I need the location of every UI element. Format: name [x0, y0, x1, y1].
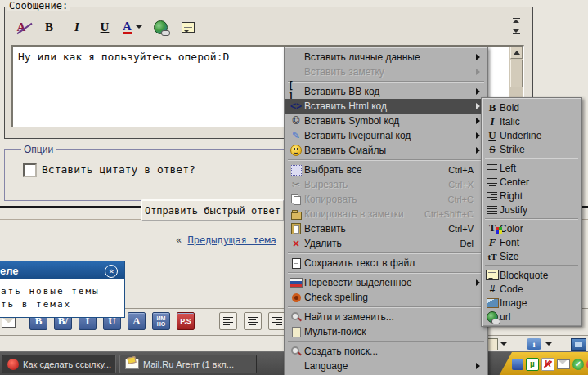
italic-button[interactable]: I [67, 17, 87, 37]
no-format-button[interactable]: A [11, 17, 31, 37]
prev-topic-link[interactable]: Предыдущая тема [187, 234, 276, 246]
collapse-icon[interactable]: « [105, 265, 118, 278]
no-format-icon: A [17, 20, 26, 34]
context-menu-item[interactable]: ВставитьCtrl+V [285, 221, 487, 236]
menu-separator [485, 265, 578, 266]
dropdown-arrow-icon[interactable] [500, 342, 507, 349]
scroll-up-button[interactable] [510, 47, 523, 59]
menu-shortcut: Ctrl+Shift+C [424, 209, 474, 219]
context-menu-item[interactable]: ©Вставить Symbol код [285, 114, 487, 128]
copy-icon [288, 194, 304, 204]
menu-item-label: Language [304, 360, 474, 372]
submenu-item[interactable]: Justify [483, 203, 581, 217]
submenu-item[interactable]: #Code [483, 282, 581, 296]
submenu-item[interactable]: url [483, 310, 581, 324]
align-right-icon [485, 192, 500, 200]
submenu-item[interactable]: UUnderline [483, 128, 581, 142]
status-ok-tray-icon[interactable]: ✓ [572, 359, 584, 370]
context-menu-item[interactable]: ✎Вставить livejournal код [285, 128, 487, 143]
context-menu-item[interactable]: Language [285, 359, 487, 373]
spin-up-icon[interactable] [513, 18, 520, 25]
context-menu-item: Копировать в заметкиCtrl+Shift+C [285, 207, 487, 221]
context-menu-item[interactable]: ×УдалитьDel [285, 236, 487, 251]
bb-ps-button[interactable]: P.S [177, 312, 195, 330]
find-replace-icon [288, 312, 304, 322]
submenu-item[interactable]: TColor [483, 221, 581, 235]
pencil-icon: ✎ [288, 130, 304, 141]
menu-separator [288, 341, 484, 342]
context-menu-item[interactable]: Найти и заменить... [285, 310, 487, 324]
html-code-icon: <> [288, 100, 304, 112]
bold-icon: B [45, 20, 53, 34]
menu-shortcut: Ctrl+X [448, 180, 474, 190]
insert-link-button[interactable] [150, 17, 170, 37]
color-icon: T [485, 222, 500, 234]
menu-item-label: Color [500, 223, 568, 234]
submenu-item[interactable]: Image [483, 296, 581, 310]
info-button[interactable]: i [527, 338, 541, 350]
bb-imho-button[interactable]: ИМ НО [152, 312, 170, 330]
scrollbar-thumb[interactable] [510, 60, 523, 87]
submenu-item[interactable]: BBold [483, 100, 581, 114]
menu-item-label: Image [500, 297, 568, 309]
ru-flag-icon [288, 278, 304, 288]
submenu-arrow-icon [476, 88, 483, 95]
bold-button[interactable]: B [39, 17, 59, 37]
spin-down-icon[interactable] [513, 28, 520, 34]
submenu-item[interactable]: IItalic [483, 114, 581, 128]
submenu-item[interactable]: FFont [483, 235, 581, 249]
panel-body: ать новые темыть в темах [0, 279, 124, 317]
submenu-item[interactable]: SStrike [483, 142, 581, 156]
card-icon[interactable] [487, 338, 498, 350]
bb-acronym-button[interactable]: A [128, 312, 146, 330]
context-menu-item[interactable]: Мульти-поиск [285, 324, 487, 339]
context-menu-item[interactable]: Выбрать всеCtrl+A [285, 163, 487, 177]
font-color-icon: A [123, 20, 142, 34]
mail-tray-icon[interactable] [557, 359, 570, 369]
submenu-item[interactable]: Right [483, 189, 581, 203]
utorrent-tray-icon[interactable]: µ [526, 358, 539, 371]
menu-item-label: Justify [500, 204, 568, 216]
code-icon: # [485, 283, 500, 295]
menu-shortcut: Ctrl+A [448, 165, 474, 175]
taskbar-task-button[interactable]: Как сделать ссылку... [2, 355, 116, 373]
submenu-item[interactable]: tTSize [483, 249, 581, 263]
bb-align-center-button[interactable] [244, 312, 262, 330]
submenu-arrow-icon [476, 54, 483, 60]
save-file-icon [288, 258, 304, 269]
align-center-icon [485, 178, 500, 186]
context-menu-item[interactable]: Вставить личные данные [285, 50, 487, 65]
menu-item-label: Left [500, 163, 568, 174]
context-menu-item[interactable]: Создать поиск... [285, 344, 487, 359]
menu-separator [288, 81, 484, 83]
punto-tray-icon[interactable] [512, 359, 523, 370]
context-menu-item[interactable]: Вставить Смайлы [285, 143, 487, 158]
bb-align-left-button[interactable] [219, 312, 237, 330]
submenu-item[interactable]: Blockquote [483, 268, 581, 282]
context-menu-item[interactable]: Сохранить текст в файл [285, 256, 487, 270]
context-menu-item[interactable]: Check spelling [285, 290, 487, 305]
underline-button[interactable]: U [95, 17, 114, 37]
spell-check-icon [288, 293, 304, 302]
message-text: Ну или как я пользуйтесь оперой:D [18, 51, 231, 63]
quote-checkbox[interactable] [23, 163, 37, 177]
submenu-item[interactable]: Left [483, 161, 581, 175]
submit-quick-reply-button[interactable]: Отправить быстрый ответ [141, 199, 285, 221]
submenu-item[interactable]: Center [483, 175, 581, 189]
menu-item-label: Выбрать все [304, 164, 442, 176]
options-legend: Опции [21, 144, 56, 155]
menu-item-label: Сохранить текст в файл [304, 257, 474, 269]
menu-item-label: Right [500, 190, 568, 202]
display-icon[interactable] [571, 338, 586, 351]
context-menu-item[interactable]: [ ]Вставить BB код [285, 84, 487, 99]
taskbar-task-button[interactable]: Mail.Ru Агент (1 вкл... [119, 355, 257, 373]
dropdown-arrow-icon[interactable] [545, 342, 552, 349]
kaspersky-tray-icon[interactable]: K [541, 358, 554, 371]
cut-icon: ✂ [288, 179, 304, 190]
font-color-button[interactable]: A [123, 17, 142, 37]
system-tray: µK✓ [499, 352, 588, 375]
envelope-icon [2, 317, 16, 328]
insert-quote-button[interactable] [178, 17, 198, 37]
context-menu-item[interactable]: <>Вставить Html код [285, 99, 487, 114]
context-menu-item[interactable]: Перевести выделенное [285, 275, 487, 290]
